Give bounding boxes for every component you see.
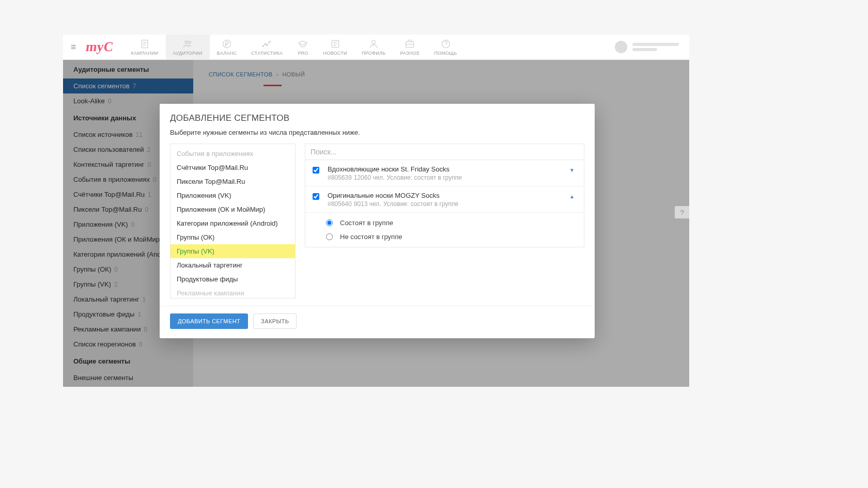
result-meta: #8056409013 чел.Условие: состоят в групп… xyxy=(328,200,567,208)
people-icon xyxy=(182,38,193,50)
modal-footer: ДОБАВИТЬ СЕГМЕНТ ЗАКРЫТЬ xyxy=(160,306,595,338)
radio-in-group[interactable]: Состоят в группе xyxy=(305,216,584,230)
seg-cat-groups-ok[interactable]: Группы (ОК) xyxy=(171,230,295,244)
segment-categories-list[interactable]: Контекстный таргетинг События в приложен… xyxy=(170,144,296,298)
svg-point-2 xyxy=(189,41,191,43)
result-title: Оригинальные носки MOGZY Socks xyxy=(328,192,567,199)
add-segments-modal: ДОБАВЛЕНИЕ СЕГМЕНТОВ Выберите нужные сег… xyxy=(160,104,595,338)
seg-cat-apps-vk[interactable]: Приложения (VK) xyxy=(171,188,295,202)
ruble-icon xyxy=(221,38,233,50)
seg-cat-counters[interactable]: Счётчики Top@Mail.Ru xyxy=(171,161,295,175)
search-input[interactable]: Поиск... xyxy=(305,144,584,160)
nav-profile[interactable]: ПРОФИЛЬ xyxy=(354,35,393,59)
radio-not-in-group-input[interactable] xyxy=(326,233,333,240)
modal-header: ДОБАВЛЕНИЕ СЕГМЕНТОВ xyxy=(160,104,595,125)
nav-help[interactable]: ПОМОЩЬ xyxy=(427,35,464,59)
topbar: ≡ myC КАМПАНИИ АУДИТОРИИ БАЛАНС СТАТИСТИ… xyxy=(63,35,689,60)
results-list: Вдохновляющие носки St. Friday Socks #80… xyxy=(305,160,584,247)
seg-cat-groups-vk[interactable]: Группы (VK) xyxy=(171,244,295,258)
svg-point-1 xyxy=(185,41,188,43)
nav-news[interactable]: НОВОСТИ xyxy=(316,35,354,59)
avatar xyxy=(615,41,627,53)
seg-cat-pixels[interactable]: Пиксели Top@Mail.Ru xyxy=(171,175,295,188)
result-row[interactable]: Оригинальные носки MOGZY Socks #80564090… xyxy=(305,186,584,213)
user-name-placeholder xyxy=(632,43,679,51)
result-checkbox-1[interactable] xyxy=(313,167,319,174)
nav-balance[interactable]: БАЛАНС xyxy=(210,35,244,59)
nav-stats[interactable]: СТАТИСТИКА xyxy=(244,35,290,59)
nav-pro[interactable]: PRO xyxy=(290,35,316,59)
chevron-down-icon[interactable]: ▼ xyxy=(567,165,577,175)
result-meta: #80563912060 чел.Условие: состоят в груп… xyxy=(328,174,567,181)
chart-icon xyxy=(261,38,273,50)
news-icon xyxy=(330,38,341,50)
segment-results-panel: Поиск... Вдохновляющие носки St. Friday … xyxy=(305,144,584,298)
briefcase-icon xyxy=(404,38,415,50)
result-row[interactable]: Вдохновляющие носки St. Friday Socks #80… xyxy=(305,160,584,186)
seg-cat-app-categories-android[interactable]: Категории приложений (Android) xyxy=(171,216,295,230)
seg-cat-ad-campaigns[interactable]: Рекламные кампании xyxy=(171,286,295,298)
svg-point-9 xyxy=(372,40,376,44)
modal-title: ДОБАВЛЕНИЕ СЕГМЕНТОВ xyxy=(170,113,584,123)
help-tab[interactable]: ? xyxy=(675,206,689,218)
cap-icon xyxy=(297,38,308,50)
add-segment-button[interactable]: ДОБАВИТЬ СЕГМЕНТ xyxy=(170,313,248,329)
nav-campaigns[interactable]: КАМПАНИИ xyxy=(123,35,165,59)
result-title: Вдохновляющие носки St. Friday Socks xyxy=(328,165,567,173)
close-button[interactable]: ЗАКРЫТЬ xyxy=(253,313,297,329)
help-icon xyxy=(440,38,452,50)
nav-misc[interactable]: РАЗНОЕ xyxy=(393,35,427,59)
nav-audiences[interactable]: АУДИТОРИИ xyxy=(166,35,210,59)
logo[interactable]: myC xyxy=(85,39,115,55)
seg-cat-product-feeds[interactable]: Продуктовые фиды xyxy=(171,272,295,286)
seg-cat-app-events: События в приложениях xyxy=(171,147,295,161)
hamburger-icon[interactable]: ≡ xyxy=(63,42,84,53)
seg-cat-local-targeting[interactable]: Локальный таргетинг xyxy=(171,258,295,272)
radio-in-group-input[interactable] xyxy=(326,219,333,226)
top-nav: КАМПАНИИ АУДИТОРИИ БАЛАНС СТАТИСТИКА PRO… xyxy=(123,35,615,59)
profile-icon xyxy=(368,38,379,50)
result-checkbox-2[interactable] xyxy=(313,193,319,200)
radio-not-in-group[interactable]: Не состоят в группе xyxy=(305,230,584,244)
chevron-up-icon[interactable]: ▲ xyxy=(567,192,577,201)
user-block[interactable] xyxy=(615,41,689,53)
seg-cat-apps-ok[interactable]: Приложения (ОК и МойМир) xyxy=(171,202,295,216)
modal-subtitle: Выберите нужные сегменты из числа предст… xyxy=(160,125,595,144)
doc-icon xyxy=(139,38,150,50)
modal-body: Контекстный таргетинг События в приложен… xyxy=(160,144,595,306)
